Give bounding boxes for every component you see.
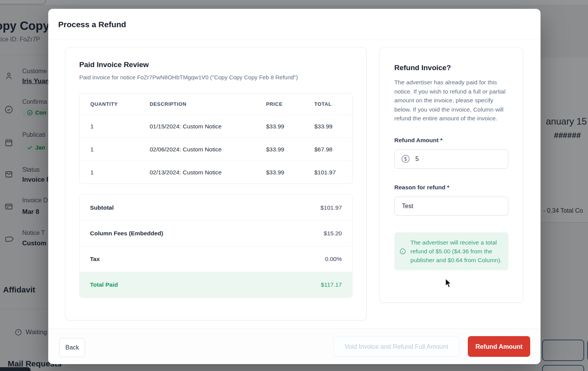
summary-value: 0.00% <box>325 256 342 263</box>
reason-for-refund-label: Reason for refund * <box>394 184 508 191</box>
invoice-card-title: Paid Invoice Review <box>79 61 353 69</box>
cell-quantity: 1 <box>90 123 150 130</box>
modal-title: Process a Refund <box>58 20 126 29</box>
refund-card-title: Refund Invoice? <box>394 64 508 72</box>
summary-row-column-fees: Column Fees (Embedded) $15.20 <box>80 220 352 246</box>
cell-description: 02/06/2024: Custom Notice <box>150 146 266 153</box>
cell-description: 02/13/2024: Custom Notice <box>150 169 266 176</box>
cell-price: $33.99 <box>266 123 314 130</box>
refund-amount-field[interactable] <box>394 149 508 169</box>
summary-label: Subtotal <box>90 204 114 211</box>
invoice-card-subtitle: Paid invoice for notice FoZr7PwN8OHbTMgq… <box>79 74 353 80</box>
column-header-price: PRICE <box>266 101 314 107</box>
summary-row-tax: Tax 0.00% <box>80 246 352 272</box>
dollar-circle-icon <box>401 154 410 164</box>
table-row: 1 02/06/2024: Custom Notice $33.99 $67.9… <box>80 138 352 161</box>
modal-footer: Back Void Invoice and Refund Full Amount… <box>48 328 541 364</box>
summary-row-subtotal: Subtotal $101.97 <box>80 195 352 220</box>
column-header-description: DESCRIPTION <box>150 101 266 107</box>
mouse-cursor <box>445 278 453 288</box>
refund-info-message: The advertiser will receive a total refu… <box>394 232 508 271</box>
cell-price: $33.99 <box>266 169 314 176</box>
summary-label: Total Paid <box>90 281 118 288</box>
invoice-summary: Subtotal $101.97 Column Fees (Embedded) … <box>79 194 353 298</box>
refund-amount-input[interactable] <box>415 156 508 163</box>
summary-label: Column Fees (Embedded) <box>90 230 163 237</box>
info-circle-icon <box>399 248 406 255</box>
process-refund-modal: Process a Refund Paid Invoice Review Pai… <box>48 9 541 364</box>
refund-info-text: The advertiser will receive a total refu… <box>410 238 502 265</box>
table-row: 1 01/15/2024: Custom Notice $33.99 $33.9… <box>80 115 352 138</box>
summary-row-total-paid: Total Paid $117.17 <box>80 272 352 297</box>
cell-quantity: 1 <box>90 146 150 153</box>
cell-quantity: 1 <box>90 169 150 176</box>
table-header-row: QUANTITY DESCRIPTION PRICE TOTAL <box>80 94 352 115</box>
cell-total: $67.98 <box>314 146 352 153</box>
column-header-total: TOTAL <box>314 101 352 107</box>
refund-amount-button[interactable]: Refund Amount <box>468 336 530 357</box>
cell-description: 01/15/2024: Custom Notice <box>150 123 266 130</box>
summary-label: Tax <box>90 256 100 263</box>
screen: opy Copy C otice ID: FoZr7P Custome Iris… <box>0 0 588 371</box>
summary-value: $117.17 <box>321 281 342 288</box>
refund-invoice-card: Refund Invoice? The advertiser has alrea… <box>379 48 523 303</box>
summary-value: $101.97 <box>320 204 342 211</box>
cell-total: $33.99 <box>314 123 352 130</box>
paid-invoice-review-card: Paid Invoice Review Paid invoice for not… <box>65 48 367 320</box>
cell-total: $101.97 <box>314 169 352 176</box>
invoice-line-items-table: QUANTITY DESCRIPTION PRICE TOTAL 1 01/15… <box>79 93 353 184</box>
refund-description: The advertiser has already paid for this… <box>394 78 508 123</box>
refund-amount-label: Refund Amount * <box>394 137 508 144</box>
reason-for-refund-field[interactable] <box>394 197 508 216</box>
column-header-quantity: QUANTITY <box>90 101 150 107</box>
modal-header: Process a Refund <box>48 9 541 40</box>
back-button[interactable]: Back <box>59 338 85 357</box>
table-row: 1 02/13/2024: Custom Notice $33.99 $101.… <box>80 161 352 184</box>
reason-for-refund-input[interactable] <box>402 203 508 210</box>
summary-value: $15.20 <box>324 230 342 237</box>
void-invoice-refund-full-button[interactable]: Void Invoice and Refund Full Amount <box>333 336 459 357</box>
cell-price: $33.99 <box>266 146 314 153</box>
